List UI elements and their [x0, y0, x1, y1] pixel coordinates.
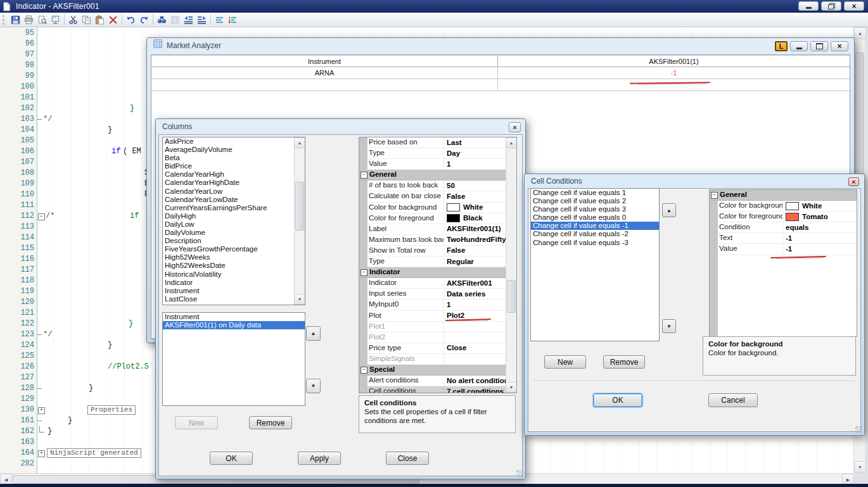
- list-item[interactable]: BidPrice: [163, 162, 305, 170]
- property-row[interactable]: Alert conditionsNo alert conditions defi…: [367, 376, 506, 386]
- list-item[interactable]: AKSFilter001(1) on Daily data: [163, 321, 305, 329]
- remove-column-button[interactable]: Remove: [249, 416, 292, 429]
- scroll-down-arrow[interactable]: [854, 461, 866, 473]
- property-row[interactable]: MyInput01: [367, 300, 506, 310]
- uncomment-icon[interactable]: [226, 14, 239, 26]
- property-row[interactable]: TypeDay: [367, 148, 506, 159]
- list-item[interactable]: LastClose: [163, 295, 305, 303]
- list-item[interactable]: Instrument: [163, 313, 305, 321]
- move-up-button[interactable]: [306, 326, 321, 341]
- market-analyzer-titlebar[interactable]: Market Analyzer: [147, 38, 854, 53]
- property-row[interactable]: Maximum bars look backTwoHundredFiftySix: [367, 235, 506, 246]
- apply-button[interactable]: Apply: [298, 452, 341, 465]
- property-row[interactable]: SimpleSignals: [367, 354, 506, 365]
- scroll-up-arrow[interactable]: [294, 137, 305, 148]
- property-row[interactable]: Value1: [367, 159, 506, 170]
- cell-conditions-titlebar[interactable]: Cell Conditions: [525, 174, 864, 188]
- list-item[interactable]: Indicator: [163, 279, 305, 287]
- collapsed-region[interactable]: NinjaScript generated: [47, 448, 141, 458]
- link-button[interactable]: L: [775, 41, 788, 51]
- find-icon[interactable]: [155, 14, 169, 26]
- collapsed-region[interactable]: Properties: [87, 405, 136, 415]
- condition-up-button[interactable]: [662, 203, 676, 217]
- property-row[interactable]: IndicatorAKSFilter001: [367, 278, 506, 289]
- collapse-icon[interactable]: [711, 192, 718, 199]
- property-row[interactable]: Color for foregroundBlack: [367, 213, 506, 224]
- ok-button[interactable]: OK: [593, 393, 642, 407]
- columns-close-icon[interactable]: [509, 122, 521, 132]
- grid-scrollbar[interactable]: [506, 137, 516, 393]
- collapse-icon[interactable]: [361, 269, 367, 276]
- property-row[interactable]: PlotPlot2: [367, 311, 506, 322]
- design-view-icon[interactable]: [49, 14, 62, 26]
- list-item[interactable]: CalendarYearLow: [163, 187, 305, 196]
- outdent-icon[interactable]: [182, 14, 195, 26]
- list-scroll-thumb[interactable]: [295, 182, 304, 231]
- property-row[interactable]: Conditionequals: [718, 222, 857, 233]
- available-columns-scrollbar[interactable]: [294, 137, 305, 305]
- print-preview-icon[interactable]: [35, 14, 49, 26]
- list-item[interactable]: FiveYearsGrowthPercentage: [163, 245, 305, 253]
- list-item[interactable]: CalendarYearHighDate: [163, 179, 305, 187]
- conditions-list[interactable]: Change cell if value equals 1Change cell…: [530, 188, 660, 341]
- property-row[interactable]: Color for backgroundWhite: [367, 203, 506, 213]
- property-row[interactable]: General: [359, 170, 506, 180]
- comment-icon[interactable]: [213, 14, 226, 26]
- new-column-button[interactable]: New: [175, 416, 218, 429]
- scroll-down-arrow[interactable]: [294, 294, 305, 305]
- property-row[interactable]: Plot1: [367, 322, 506, 332]
- column-header[interactable]: AKSFilter001(1): [498, 55, 850, 67]
- property-row[interactable]: Plot2: [367, 332, 506, 343]
- collapse-icon[interactable]: [361, 367, 367, 374]
- property-row[interactable]: LabelAKSFilter001(1): [367, 224, 506, 235]
- redo-icon[interactable]: [137, 14, 151, 26]
- condition-item[interactable]: Change cell if value equals 1: [531, 189, 659, 197]
- indent-icon[interactable]: [195, 14, 208, 26]
- remove-condition-button[interactable]: Remove: [603, 355, 645, 369]
- ma-minimize-button[interactable]: [790, 41, 808, 51]
- scroll-up-arrow[interactable]: [506, 137, 517, 148]
- list-item[interactable]: High52Weeks: [163, 253, 305, 262]
- condition-item[interactable]: Change cell if value equals -3: [531, 239, 659, 247]
- cut-icon[interactable]: [67, 14, 80, 26]
- property-row[interactable]: Color for foregroundTomato: [718, 212, 857, 222]
- list-item[interactable]: CalendarYearLowDate: [163, 196, 305, 204]
- property-row[interactable]: Price typeClose: [367, 343, 506, 354]
- restore-button[interactable]: [821, 1, 841, 11]
- list-item[interactable]: Description: [163, 237, 305, 245]
- paste-icon[interactable]: [93, 14, 106, 26]
- property-row[interactable]: Indicator: [359, 267, 506, 278]
- copy-icon[interactable]: [80, 14, 93, 26]
- list-item[interactable]: CurrentYearsEarningsPerShare: [163, 204, 305, 212]
- available-columns-list[interactable]: AskPriceAverageDailyVolumeBetaBidPriceCa…: [162, 137, 305, 305]
- condition-item[interactable]: Change cell if value equals 3: [531, 205, 659, 213]
- ok-button[interactable]: OK: [210, 452, 253, 465]
- find-replace-icon[interactable]: [169, 14, 182, 26]
- property-row[interactable]: # of bars to look back50: [367, 180, 506, 191]
- resize-grip[interactable]: [516, 470, 523, 477]
- columns-dialog-titlebar[interactable]: Columns: [156, 119, 525, 134]
- table-row[interactable]: [151, 79, 850, 91]
- scroll-up-arrow[interactable]: [854, 27, 866, 39]
- table-row[interactable]: ARNA-1: [151, 67, 850, 79]
- property-row[interactable]: Cell conditions7 cell conditions defined: [367, 386, 506, 393]
- list-item[interactable]: HistoricalVolatility: [163, 270, 305, 279]
- selected-columns-list[interactable]: InstrumentAKSFilter001(1) on Daily data: [162, 312, 305, 406]
- ma-maximize-button[interactable]: [810, 41, 828, 51]
- new-condition-button[interactable]: New: [544, 355, 586, 369]
- property-row[interactable]: Input seriesData series: [367, 289, 506, 300]
- save-icon[interactable]: [9, 14, 22, 26]
- move-down-button[interactable]: [306, 379, 321, 393]
- property-row[interactable]: Calculate on bar closeFalse: [367, 191, 506, 202]
- grid-scroll-thumb[interactable]: [507, 280, 516, 313]
- property-row[interactable]: Value-1: [718, 244, 857, 255]
- cancel-button[interactable]: Cancel: [708, 393, 758, 407]
- condition-item[interactable]: Change cell if value equals 0: [531, 213, 659, 222]
- property-row[interactable]: General: [710, 190, 857, 201]
- toolbar-grip[interactable]: [3, 15, 6, 25]
- list-item[interactable]: CalendarYearHigh: [163, 170, 305, 179]
- list-item[interactable]: DailyVolume: [163, 229, 305, 237]
- property-row[interactable]: Show in Total rowFalse: [367, 246, 506, 256]
- list-item[interactable]: AverageDailyVolume: [163, 146, 305, 154]
- property-row[interactable]: Text-1: [718, 233, 857, 244]
